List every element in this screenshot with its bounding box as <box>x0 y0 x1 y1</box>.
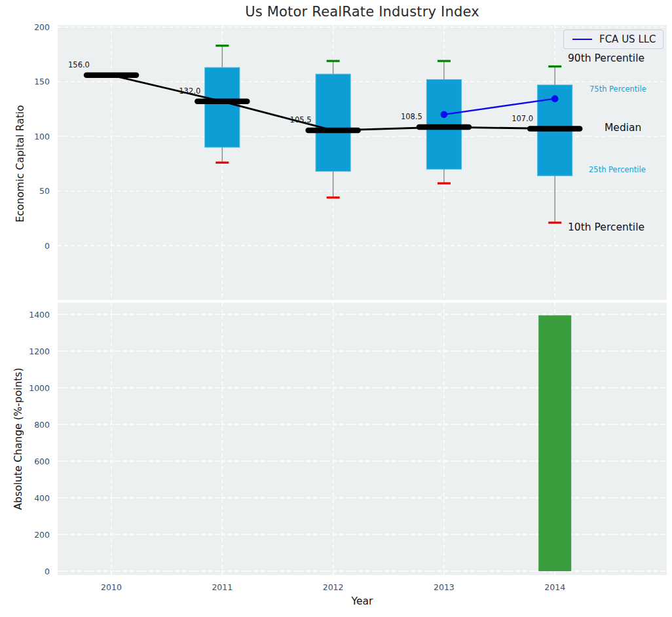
y-tick-label: 1400 <box>29 310 50 320</box>
y-tick-label: 100 <box>34 132 50 141</box>
y-tick-label: 1000 <box>29 383 50 393</box>
y-tick-label: 1200 <box>29 346 50 356</box>
x-tick-label: 2011 <box>212 582 233 592</box>
bottom-y-axis-label: Absolute Change (%-points) <box>12 368 24 510</box>
x-tick-label: 2014 <box>544 582 565 592</box>
legend-label: FCA US LLC <box>599 33 656 45</box>
top-y-axis-label: Economic Capital Ratio <box>14 105 26 222</box>
company-series-point <box>551 95 559 102</box>
median-value-label: 105.5 <box>290 115 312 124</box>
y-tick-label: 200 <box>34 22 50 32</box>
y-tick-label: 800 <box>34 420 50 430</box>
top-plot-area <box>58 25 667 300</box>
median-value-label: 107.0 <box>512 114 533 123</box>
change-bar-2014 <box>538 315 571 571</box>
x-tick-label: 2012 <box>323 582 344 592</box>
iqr-box-2012 <box>316 74 350 171</box>
annotation-75th-percentile: 75th Percentile <box>589 84 646 94</box>
median-value-label: 132.0 <box>179 86 200 96</box>
y-tick-label: 400 <box>34 493 50 503</box>
annotation-90th-percentile: 90th Percentile <box>568 52 644 64</box>
annotation-median: Median <box>605 122 641 134</box>
y-tick-label: 600 <box>34 457 50 466</box>
chart-canvas: 0501001502000200400600800100012001400156… <box>0 0 672 617</box>
y-tick-label: 0 <box>45 241 50 251</box>
company-series-point <box>441 111 448 119</box>
legend-line-sample <box>572 39 592 40</box>
x-axis-label: Year <box>58 595 667 607</box>
annotation-10th-percentile: 10th Percentile <box>568 221 644 233</box>
x-tick-label: 2013 <box>434 582 455 592</box>
chart-title: Us Motor RealRate Industry Index <box>58 4 667 20</box>
legend: FCA US LLC <box>563 29 663 49</box>
y-tick-label: 150 <box>34 77 50 86</box>
y-tick-label: 200 <box>34 530 50 540</box>
median-value-label: 108.5 <box>401 112 422 121</box>
y-tick-label: 50 <box>39 186 50 196</box>
iqr-box-2011 <box>205 67 240 147</box>
annotation-25th-percentile: 25th Percentile <box>589 165 646 174</box>
y-tick-label: 0 <box>45 567 50 576</box>
x-tick-label: 2010 <box>101 582 122 592</box>
median-value-label: 156.0 <box>68 60 90 69</box>
